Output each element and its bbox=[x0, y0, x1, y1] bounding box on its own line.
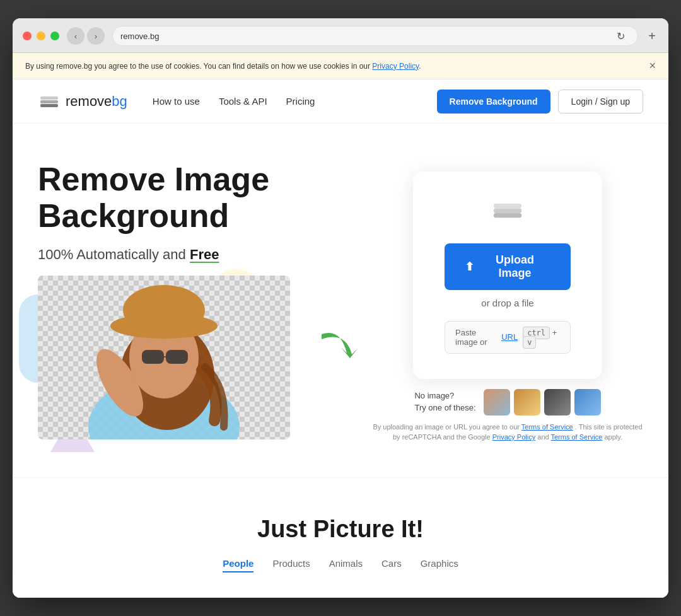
reload-button[interactable]: ↻ bbox=[612, 30, 630, 42]
tab-animals[interactable]: Animals bbox=[329, 558, 363, 572]
svg-rect-0 bbox=[40, 96, 58, 100]
fullscreen-traffic-light[interactable] bbox=[50, 32, 59, 40]
tab-people[interactable]: People bbox=[223, 558, 253, 572]
site-nav: How to use Tools & API Pricing bbox=[153, 96, 412, 107]
browser-chrome: ‹ › ↻ + bbox=[13, 18, 668, 53]
tos-link-2[interactable]: Terms of Service bbox=[550, 433, 602, 441]
hero-section: Remove Image Background 100% Automatical… bbox=[13, 124, 668, 477]
forward-button[interactable]: › bbox=[87, 27, 105, 45]
cookie-close-button[interactable]: × bbox=[649, 59, 656, 73]
svg-rect-17 bbox=[494, 212, 521, 217]
hero-right: ⬆ Upload Image or drop a file Paste imag… bbox=[372, 171, 643, 443]
paste-text: Paste image or bbox=[455, 328, 496, 347]
nav-pricing[interactable]: Pricing bbox=[286, 96, 315, 107]
login-signup-button[interactable]: Login / Sign up bbox=[558, 90, 643, 113]
logo-text: removebg bbox=[66, 93, 127, 110]
logo-icon bbox=[38, 90, 61, 113]
v-key: v bbox=[523, 336, 536, 349]
browser-window: ‹ › ↻ + By using remove.bg you agree to … bbox=[13, 18, 668, 597]
terms-text: By uploading an image or URL you agree t… bbox=[372, 422, 643, 443]
privacy-link[interactable]: Privacy Policy bbox=[492, 433, 535, 441]
paste-shortcut: ctrl + v bbox=[523, 328, 560, 347]
svg-rect-19 bbox=[494, 204, 521, 208]
close-traffic-light[interactable] bbox=[23, 32, 32, 40]
back-button[interactable]: ‹ bbox=[67, 27, 84, 45]
hero-wrapper: Remove Image Background 100% Automatical… bbox=[13, 124, 668, 477]
svg-point-15 bbox=[123, 285, 205, 335]
hero-person-image bbox=[38, 276, 290, 439]
url-link[interactable]: URL bbox=[501, 332, 518, 342]
sample-images bbox=[484, 389, 601, 416]
sample-section: No image? Try one of these: bbox=[414, 389, 600, 416]
sample-thumb-dog[interactable] bbox=[514, 389, 540, 416]
svg-rect-11 bbox=[142, 350, 164, 364]
traffic-lights bbox=[23, 32, 59, 40]
privacy-policy-link[interactable]: Privacy Policy bbox=[372, 62, 419, 71]
paste-area[interactable]: Paste image or URL ctrl + v bbox=[445, 321, 571, 354]
address-input[interactable] bbox=[120, 32, 612, 41]
bottom-section: Just Picture It! People Products Animals… bbox=[13, 477, 668, 598]
hero-title: Remove Image Background bbox=[38, 161, 303, 233]
arrow-icon bbox=[315, 322, 359, 366]
hero-left: Remove Image Background 100% Automatical… bbox=[38, 161, 303, 451]
svg-rect-1 bbox=[40, 100, 58, 103]
sample-label: No image? Try one of these: bbox=[414, 390, 475, 413]
upload-box: ⬆ Upload Image or drop a file Paste imag… bbox=[413, 171, 602, 379]
upload-arrow-icon: ⬆ bbox=[465, 260, 474, 274]
drop-text: or drop a file bbox=[481, 298, 533, 308]
sample-thumb-dark[interactable] bbox=[544, 389, 571, 416]
tab-graphics[interactable]: Graphics bbox=[421, 558, 458, 572]
bottom-title: Just Picture It! bbox=[38, 516, 643, 543]
svg-rect-12 bbox=[166, 350, 188, 364]
nav-how-to-use[interactable]: How to use bbox=[153, 96, 200, 107]
site-content: removebg How to use Tools & API Pricing … bbox=[13, 79, 668, 597]
nav-tools-api[interactable]: Tools & API bbox=[219, 96, 267, 107]
browser-nav-buttons: ‹ › bbox=[67, 27, 105, 45]
tab-products[interactable]: Products bbox=[272, 558, 310, 572]
hero-subtitle: 100% Automatically and Free bbox=[38, 247, 303, 263]
bottom-tabs: People Products Animals Cars Graphics bbox=[38, 558, 643, 572]
site-header: removebg How to use Tools & API Pricing … bbox=[13, 79, 668, 124]
remove-background-button[interactable]: Remove Background bbox=[437, 90, 550, 113]
cookie-banner: By using remove.bg you agree to the use … bbox=[13, 53, 668, 79]
logo[interactable]: removebg bbox=[38, 90, 127, 113]
cookie-text: By using remove.bg you agree to the use … bbox=[25, 62, 421, 71]
new-tab-button[interactable]: + bbox=[646, 29, 658, 44]
hero-arrow bbox=[315, 322, 359, 368]
person-svg bbox=[38, 276, 290, 439]
minimize-traffic-light[interactable] bbox=[37, 32, 45, 40]
hero-image-area bbox=[38, 276, 303, 452]
sample-thumb-car[interactable] bbox=[574, 389, 601, 416]
layers-icon bbox=[489, 197, 527, 231]
tab-cars[interactable]: Cars bbox=[381, 558, 402, 572]
sample-thumb-person[interactable] bbox=[484, 389, 510, 416]
svg-rect-18 bbox=[494, 208, 521, 212]
header-buttons: Remove Background Login / Sign up bbox=[437, 90, 643, 113]
upload-image-button[interactable]: ⬆ Upload Image bbox=[445, 243, 571, 290]
address-bar: ↻ bbox=[112, 26, 638, 46]
svg-rect-2 bbox=[40, 104, 58, 107]
tos-link[interactable]: Terms of Service bbox=[521, 423, 573, 431]
